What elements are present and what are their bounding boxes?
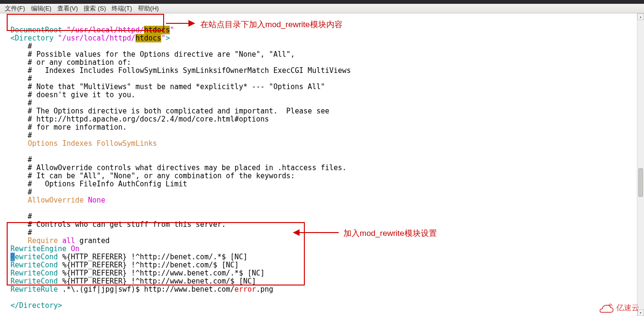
comment-line: # bbox=[10, 131, 32, 140]
comment-line: # http://httpd.apache.org/docs/2.4/mod/c… bbox=[10, 115, 269, 123]
directory-path: /usr/local/httpd/ bbox=[62, 34, 135, 42]
keyword-rewritecond: RewriteCond bbox=[10, 277, 58, 285]
keyword-rewritecond: RewriteCond bbox=[10, 261, 58, 269]
menubar: 文件(F) 编辑(E) 查看(V) 搜索 (S) 终端(T) 帮助(H) bbox=[0, 4, 644, 13]
scroll-up-button[interactable]: ▴ bbox=[637, 13, 644, 20]
comment-line: # for more information. bbox=[10, 123, 127, 132]
rewritecond-1: %{HTTP_REFERER} !^http://benet.com/.*$ [… bbox=[62, 253, 247, 261]
window-titlebar bbox=[0, 0, 644, 4]
require-all: all bbox=[62, 236, 75, 245]
menu-file[interactable]: 文件(F) bbox=[2, 4, 28, 13]
keyword-rewritecond: ewriteCond bbox=[15, 253, 58, 261]
comment-line: # bbox=[10, 188, 32, 196]
directory-hl: htdocs bbox=[135, 34, 161, 42]
comment-line: # or any combination of: bbox=[10, 58, 131, 67]
comment-line: # bbox=[10, 155, 32, 164]
comment-line: # AllowOverride controls what directives… bbox=[10, 163, 346, 172]
rewriterule-error: error bbox=[235, 285, 256, 294]
menu-terminal[interactable]: 终端(T) bbox=[109, 4, 135, 13]
docroot-path: /usr/local/httpd/ bbox=[71, 26, 144, 34]
scroll-down-button[interactable]: ▾ bbox=[637, 309, 644, 316]
menu-view[interactable]: 查看(V) bbox=[54, 4, 81, 13]
rewritecond-2: %{HTTP_REFERER} !^http://benet.com/$ [NC… bbox=[62, 261, 239, 269]
comment-line: # Options FileInfo AuthConfig Limit bbox=[10, 180, 187, 188]
require-granted: granted bbox=[80, 236, 110, 245]
string-quote-end: " bbox=[161, 34, 166, 42]
menu-help[interactable]: 帮助(H) bbox=[135, 4, 162, 13]
editor-viewport: DocumentRoot "/usr/local/httpd/htdocs" <… bbox=[0, 13, 644, 316]
vertical-scrollbar[interactable]: ▴ ▾ bbox=[637, 13, 644, 316]
string-quote-end: " bbox=[170, 26, 174, 34]
rewritecond-3: %{HTTP_REFERER} !^http://www.benet.com/.… bbox=[62, 269, 264, 277]
scroll-thumb[interactable] bbox=[638, 168, 643, 197]
comment-line: # doesn't give it to you. bbox=[10, 91, 135, 99]
rewriterule-suffix: .png bbox=[256, 285, 273, 294]
docroot-hl: htdocs bbox=[144, 26, 170, 34]
editor-content[interactable]: DocumentRoot "/usr/local/httpd/htdocs" <… bbox=[0, 13, 637, 316]
editor-window: 文件(F) 编辑(E) 查看(V) 搜索 (S) 终端(T) 帮助(H) Doc… bbox=[0, 0, 644, 316]
menu-search[interactable]: 搜索 (S) bbox=[81, 4, 109, 13]
comment-line: # bbox=[10, 99, 32, 107]
allowoverride-value: None bbox=[88, 196, 105, 204]
comment-line: # Possible values for the Options direct… bbox=[10, 50, 295, 59]
keyword-rewriterule: RewriteRule bbox=[10, 285, 58, 294]
comment-line: # bbox=[10, 212, 32, 221]
directory-end: </Directory> bbox=[10, 301, 62, 310]
text-cursor: R bbox=[10, 253, 15, 261]
comment-line: # Note that "MultiViews" must be named *… bbox=[10, 82, 325, 91]
keyword-allowoverride: AllowOverride bbox=[28, 196, 83, 204]
rewritecond-4: %{HTTP_REFERER} !^http://www.benet.com/$… bbox=[62, 277, 256, 285]
comment-line: # bbox=[10, 42, 32, 51]
rewriterule-pattern: .*\.(gif|jpg|swf)$ http://www.benet.com/ bbox=[62, 285, 234, 294]
comment-line: # The Options directive is both complica… bbox=[10, 107, 329, 115]
comment-line: # bbox=[10, 74, 32, 83]
rewriteengine-value: On bbox=[71, 245, 79, 253]
keyword-documentroot: DocumentRoot bbox=[10, 26, 62, 34]
keyword-rewriteengine: RewriteEngine bbox=[10, 245, 66, 253]
comment-line: # It can be "All", "None", or any combin… bbox=[10, 172, 295, 180]
comment-line: # bbox=[10, 228, 32, 237]
comment-line: # Indexes Includes FollowSymLinks SymLin… bbox=[10, 66, 351, 75]
directory-open: <Directory bbox=[10, 34, 53, 42]
options-value: Indexes FollowSymLinks bbox=[62, 139, 157, 148]
keyword-options: Options bbox=[28, 139, 58, 148]
directory-close-bracket: > bbox=[166, 34, 170, 42]
menu-edit[interactable]: 编辑(E) bbox=[28, 4, 54, 13]
keyword-require: Require bbox=[28, 236, 58, 245]
keyword-rewritecond: RewriteCond bbox=[10, 269, 58, 277]
comment-line: # Controls who can get stuff from this s… bbox=[10, 220, 226, 229]
